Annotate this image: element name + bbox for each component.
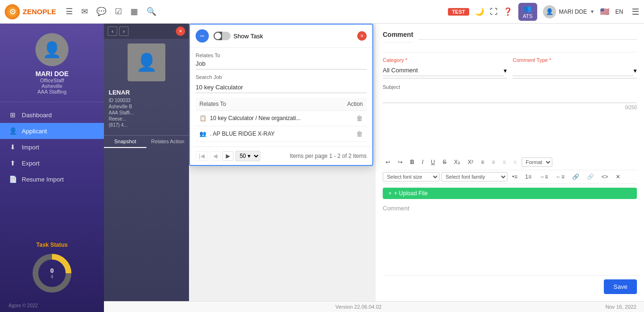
content-area: ‹ › × 👤 LENAR ID 100033 Asheville B AAA … bbox=[104, 24, 644, 312]
tasks-icon[interactable]: ☑ bbox=[115, 7, 122, 17]
user-avatar: 👤 bbox=[543, 5, 556, 18]
comment-panel-title: Comment bbox=[383, 31, 413, 43]
comment-panel: Comment Category * All Comment bbox=[376, 24, 644, 301]
export-icon: ⬆ bbox=[9, 159, 17, 167]
tab-snapshot[interactable]: Snapshot bbox=[104, 136, 146, 148]
modal-close-button[interactable]: × bbox=[357, 31, 367, 41]
outdent-button[interactable]: ←≡ bbox=[553, 172, 567, 182]
user-dropdown-icon[interactable]: ▼ bbox=[590, 9, 594, 14]
dark-mode-icon[interactable]: 🌙 bbox=[475, 7, 484, 16]
card-close-button[interactable]: × bbox=[176, 26, 185, 36]
align-right-button[interactable]: ≡ bbox=[500, 157, 509, 167]
upload-icon: + bbox=[388, 190, 392, 197]
align-left-button[interactable]: ≡ bbox=[478, 157, 487, 167]
category-select[interactable]: All Comment bbox=[383, 65, 504, 76]
app-logo: ⊙ ZENOPLE bbox=[5, 4, 56, 19]
unlink-button[interactable]: 🔗 bbox=[584, 172, 597, 182]
justify-button[interactable]: ≡ bbox=[511, 157, 520, 167]
row-1-delete-button[interactable]: 🗑 bbox=[356, 114, 363, 122]
modal-minimize-button[interactable]: − bbox=[196, 29, 209, 43]
sidebar: 👤 MARI DOE OfficeStaff Asheville AAA Sta… bbox=[0, 24, 104, 312]
row-2-icon: 👥 bbox=[199, 130, 206, 137]
superscript-button[interactable]: X² bbox=[465, 157, 476, 167]
save-button[interactable]: Save bbox=[604, 279, 637, 294]
subscript-button[interactable]: X₂ bbox=[451, 157, 463, 167]
ordered-list-button[interactable]: 1≡ bbox=[522, 172, 534, 182]
card-address: Reese... bbox=[109, 116, 184, 121]
editor-toolbar-2: Select font size Select font family •≡ 1… bbox=[383, 170, 637, 184]
undo-button[interactable]: ↩ bbox=[383, 157, 393, 167]
strikethrough-button[interactable]: S bbox=[440, 157, 449, 167]
items-per-page-select[interactable]: 50 ▾ bbox=[235, 151, 260, 161]
menu-icon[interactable]: ☰ bbox=[66, 7, 73, 17]
bold-button[interactable]: B bbox=[407, 157, 417, 167]
sidebar-item-export[interactable]: ⬆ Export bbox=[0, 155, 104, 171]
table-row: 👥 . AP BLUE RIDGE X-RAY 🗑 bbox=[196, 126, 367, 142]
card-name: LENAR bbox=[109, 89, 184, 96]
italic-button[interactable]: I bbox=[419, 157, 426, 167]
underline-button[interactable]: U bbox=[428, 157, 438, 167]
format-select[interactable]: Format bbox=[522, 157, 552, 167]
comment-type-select[interactable] bbox=[513, 65, 634, 76]
settings-menu-icon[interactable]: ☰ bbox=[632, 7, 639, 17]
comment-type-label: Comment Type * bbox=[513, 57, 637, 63]
card-nav-arrows: ‹ › bbox=[108, 26, 129, 36]
char-count: 0/250 bbox=[383, 105, 637, 110]
applicant-card: ‹ › × 👤 LENAR ID 100033 Asheville B AAA … bbox=[104, 24, 189, 301]
profile-role: OfficeStaff bbox=[40, 78, 64, 83]
card-prev-button[interactable]: ‹ bbox=[108, 26, 117, 36]
search-job-select[interactable]: 10 key Calculator bbox=[196, 82, 367, 93]
show-task-switch[interactable] bbox=[214, 32, 231, 40]
font-family-select[interactable]: Select font family bbox=[441, 172, 507, 182]
sidebar-label-import: Import bbox=[22, 144, 39, 151]
row-1-name: 📋 10 key Calculator / New organizati... bbox=[196, 111, 336, 126]
sidebar-item-applicant[interactable]: 👤 Applicant bbox=[0, 123, 104, 139]
fullscreen-icon[interactable]: ⛶ bbox=[490, 8, 498, 16]
comment-footer: Save bbox=[383, 275, 637, 294]
sidebar-item-import[interactable]: ⬇ Import bbox=[0, 139, 104, 155]
sidebar-label-applicant: Applicant bbox=[22, 128, 47, 135]
code-button[interactable]: <> bbox=[599, 172, 611, 182]
card-id: ID 100033 bbox=[109, 98, 184, 103]
row-2-delete-button[interactable]: 🗑 bbox=[356, 130, 363, 138]
modal-body: Relates To Job Search Job bbox=[190, 48, 372, 147]
next-page-button[interactable]: ▶ bbox=[223, 151, 233, 161]
table-icon[interactable]: ▦ bbox=[130, 7, 138, 17]
sidebar-profile: 👤 MARI DOE OfficeStaff Asheville AAA Sta… bbox=[0, 24, 104, 102]
user-menu[interactable]: 👤 MARI DOE ▼ bbox=[543, 5, 594, 18]
category-label: Category * bbox=[383, 57, 507, 63]
clear-format-button[interactable]: ✕ bbox=[613, 172, 623, 182]
search-icon[interactable]: 🔍 bbox=[146, 7, 156, 17]
comment-area[interactable]: Comment bbox=[383, 203, 637, 275]
chat-icon[interactable]: 💬 bbox=[96, 7, 106, 17]
nav-icons: ☰ ✉ 💬 ☑ ▦ 🔍 bbox=[66, 7, 156, 17]
card-info: LENAR ID 100033 Asheville B AAA Staffi..… bbox=[104, 86, 189, 131]
mail-icon[interactable]: ✉ bbox=[81, 7, 88, 17]
card-next-button[interactable]: › bbox=[119, 26, 129, 36]
font-size-select[interactable]: Select font size bbox=[383, 172, 439, 182]
language-flag[interactable]: 🇺🇸 bbox=[600, 7, 610, 16]
resume-import-icon: 📄 bbox=[9, 175, 17, 183]
row-1-icon: 📋 bbox=[199, 115, 206, 121]
unordered-list-button[interactable]: •≡ bbox=[509, 172, 520, 182]
indent-button[interactable]: →≡ bbox=[536, 172, 551, 182]
upload-file-button[interactable]: + + Upload File bbox=[383, 188, 637, 199]
link-button[interactable]: 🔗 bbox=[569, 172, 582, 182]
ats-button[interactable]: 👥 ATS bbox=[518, 3, 538, 21]
task-status-chart: 0 4 bbox=[5, 252, 99, 295]
version-label: Version 22.06.04.02 bbox=[335, 304, 382, 310]
prev-page-button[interactable]: ◀ bbox=[210, 151, 221, 161]
top-nav-right: TEST 🌙 ⛶ ❓ 👥 ATS 👤 MARI DOE ▼ 🇺🇸 EN ☰ bbox=[448, 3, 639, 21]
relates-to-select[interactable]: Job bbox=[196, 58, 367, 69]
align-center-button[interactable]: ≡ bbox=[489, 157, 498, 167]
sidebar-item-dashboard[interactable]: ⊞ Dashboard bbox=[0, 107, 104, 123]
applicant-icon: 👤 bbox=[9, 127, 17, 135]
subject-input[interactable] bbox=[383, 92, 637, 103]
tab-relates-action[interactable]: Relates Action bbox=[146, 136, 189, 148]
status-bar: Version 22.06.04.02 Nov 16, 2022 bbox=[104, 301, 644, 312]
sidebar-item-resume-import[interactable]: 📄 Resume Import bbox=[0, 171, 104, 187]
first-page-button[interactable]: |◀ bbox=[196, 151, 208, 161]
help-icon[interactable]: ❓ bbox=[503, 7, 513, 16]
modal-footer: |◀ ◀ ▶ 50 ▾ Items per page 1 - 2 of 2 it… bbox=[190, 147, 372, 165]
redo-button[interactable]: ↪ bbox=[395, 157, 405, 167]
